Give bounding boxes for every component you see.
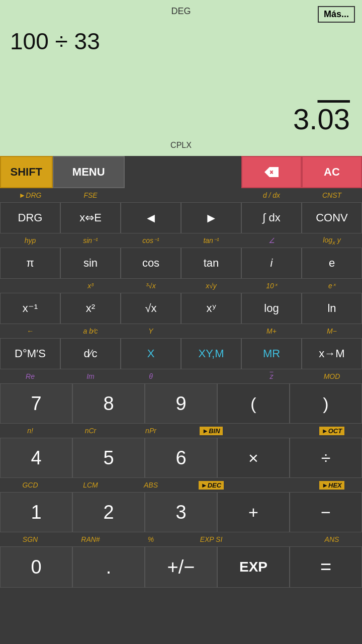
sub-nfact: n! [0,427,60,435]
sub-lcm: LCM [60,481,121,489]
log-button[interactable]: log [241,293,302,324]
cos-button[interactable]: cos [121,248,181,279]
num-row-1: 7 8 9 ( ) [0,383,362,424]
sub-gcd: GCD [0,481,60,489]
right-arrow-button[interactable]: ► [181,202,241,233]
pi-button[interactable]: π [0,248,60,279]
minus-button[interactable]: − [290,492,362,532]
rparen-button[interactable]: ) [290,383,362,424]
MR-button[interactable]: MR [241,338,302,369]
expression: 100 ÷ 33 [10,28,100,55]
sub-empty7: - [241,481,302,489]
exp-button[interactable]: EXP [217,546,290,588]
sub-empty4: - [181,327,241,335]
sub-x3: x³ [60,282,121,290]
sub-row-3: - x³ ³√x x√y 10ˣ eˣ [0,279,362,293]
X-button[interactable]: X [121,338,181,369]
sub-mplus: M+ [241,327,302,335]
xE-button[interactable]: x⇔E [60,202,121,233]
sub-xsqrty: x√y [181,282,241,290]
sub-empty1: - [121,191,181,199]
btn-row-2: π sin cos tan i e [0,248,362,279]
sub-zbar: z [241,372,302,380]
sub-sin-inv: sin⁻¹ [60,236,121,245]
sub-mminus: M− [302,327,362,335]
plusminus-button[interactable]: +/− [145,546,217,588]
left-arrow-button[interactable]: ◄ [121,202,181,233]
menu-button[interactable]: MENU [53,156,125,188]
sub-ncr: nCr [60,427,121,435]
sub-row-6: n! nCr nPr ►BIN - ►OCT [0,424,362,438]
multiply-button[interactable]: × [217,438,290,478]
sub-hex: ►HEX [302,481,362,489]
sub-abs: ABS [121,481,181,489]
sub-Re: Re [0,372,60,380]
dot-button[interactable]: . [72,546,145,588]
e-button[interactable]: e [302,248,362,279]
ac-button[interactable]: AC [302,156,362,188]
7-button[interactable]: 7 [0,383,72,424]
sub-sgn: SGN [0,535,60,543]
4-button[interactable]: 4 [0,438,72,478]
6-button[interactable]: 6 [145,438,217,478]
5-button[interactable]: 5 [72,438,145,478]
integral-button[interactable]: ∫ dx [241,202,302,233]
0-button[interactable]: 0 [0,546,72,588]
calculator-display: DEG Más... 100 ÷ 33 3.03 CPLX [0,0,362,156]
sub-angle: ∠ [241,236,302,245]
tan-button[interactable]: tan [181,248,241,279]
mas-button[interactable]: Más... [318,6,355,23]
sub-logxy: logx y [302,236,362,246]
sub-dec: ►DEC [181,481,241,489]
divide-button[interactable]: ÷ [290,438,362,478]
equals-button[interactable]: = [290,546,362,588]
xtoM-button[interactable]: x→M [302,338,362,369]
ln-button[interactable]: ln [302,293,362,324]
shift-button[interactable]: SHIFT [0,156,53,188]
sub-oct: ►OCT [302,427,362,435]
sub-empty6: - [241,427,302,435]
lparen-button[interactable]: ( [217,383,290,424]
sub-row-1: ►DRG FSE - - d / dx CNST [0,188,362,202]
drg-button[interactable]: DRG [0,202,60,233]
sub-row-5: Re Im θ - z MOD [0,369,362,383]
sub-mod: MOD [302,372,362,380]
9-button[interactable]: 9 [145,383,217,424]
plus-button[interactable]: + [217,492,290,532]
2-button[interactable]: 2 [72,492,145,532]
dc-button[interactable]: d∕c [60,338,121,369]
sub-drg: ►DRG [0,191,60,199]
sub-empty2: - [181,191,241,199]
sub-row-7: GCD LCM ABS ►DEC - ►HEX [0,478,362,492]
sin-button[interactable]: sin [60,248,121,279]
num-row-2: 4 5 6 × ÷ [0,438,362,478]
sub-empty8: - [241,535,302,543]
sub-cnst: CNST [302,191,362,199]
sub-hyp: hyp [0,236,60,245]
sub-back: ← [0,327,60,335]
sub-ex: eˣ [302,282,362,290]
sub-cos-inv: cos⁻¹ [121,236,181,245]
result-decimal: 03 [317,103,350,135]
sub-row-4: ← a b∕c Y - M+ M− [0,324,362,338]
xy-button[interactable]: xʸ [181,293,241,324]
1-button[interactable]: 1 [0,492,72,532]
xinv-button[interactable]: x⁻¹ [0,293,60,324]
xsq-button[interactable]: x² [60,293,121,324]
sqrt-button[interactable]: √x [121,293,181,324]
3-button[interactable]: 3 [145,492,217,532]
XYM-button[interactable]: XY,M [181,338,241,369]
sub-Im: Im [60,372,121,380]
result: 3.03 [293,102,350,136]
sub-npr: nPr [121,427,181,435]
dms-button[interactable]: D°M′S [0,338,60,369]
backspace-button[interactable] [241,156,302,188]
conv-button[interactable]: CONV [302,202,362,233]
sub-row-8: SGN RAN# % EXP SI - ANS [0,532,362,546]
sub-ran: RAN# [60,535,121,543]
num-row-3: 1 2 3 + − [0,492,362,532]
sub-row-2: hyp sin⁻¹ cos⁻¹ tan⁻¹ ∠ logx y [0,233,362,248]
8-button[interactable]: 8 [72,383,145,424]
i-button[interactable]: i [241,248,302,279]
sub-expsi: EXP SI [181,535,241,543]
